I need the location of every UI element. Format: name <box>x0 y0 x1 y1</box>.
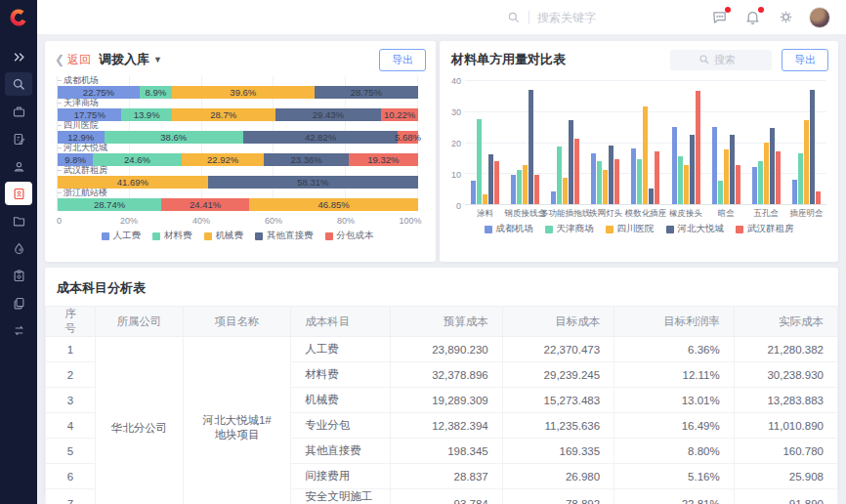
x-axis: 020%40%60%80%100% <box>57 214 418 227</box>
legend-item[interactable]: 四川医院 <box>606 223 655 235</box>
sidebar-item-user-stamp[interactable] <box>5 154 32 178</box>
bar-天津商场 <box>477 119 482 204</box>
legend-item[interactable]: 其他直接费 <box>255 230 314 242</box>
category-label: 浙江航站楼 <box>58 189 418 197</box>
bar-segment-其他直接费: 28.75% <box>315 86 418 99</box>
app-logo[interactable] <box>0 0 37 35</box>
legend-item[interactable]: 天津商场 <box>545 223 594 235</box>
bar-河北大悦城 <box>488 154 493 204</box>
sidebar-item-expand[interactable] <box>5 45 32 68</box>
x-tick: 多功能插拖线 <box>540 208 590 220</box>
sidebar-item-document-edit[interactable] <box>5 127 32 150</box>
category-label: 武汉群租房 <box>58 166 418 175</box>
bar-四川医院 <box>483 194 487 204</box>
legend-swatch <box>204 232 212 240</box>
legend-item[interactable]: 人工费 <box>102 230 142 242</box>
legend: 人工费材料费机械费其他直接费分包成本 <box>57 230 418 242</box>
x-tick: 模数化插座 <box>625 208 667 220</box>
bar-四川医院 <box>684 165 689 204</box>
export-button[interactable]: 导出 <box>782 49 828 71</box>
cell-target: 22,370.473 <box>502 337 613 362</box>
cell-index: 3 <box>46 388 96 413</box>
cell-budget: 28.837 <box>391 464 502 489</box>
legend-swatch <box>666 226 674 233</box>
legend-item[interactable]: 成都机场 <box>485 223 533 235</box>
stacked-row: 武汉群租房41.69%58.31% <box>58 166 418 189</box>
bar-group-模数化插座 <box>625 80 665 204</box>
bar-武汉群租房 <box>614 159 619 204</box>
cell-company: 华北分公司 <box>96 337 184 504</box>
legend-label: 武汉群租房 <box>747 223 794 235</box>
legend-label: 其他直接费 <box>267 230 314 242</box>
cell-subject: 其他直接费 <box>291 439 391 464</box>
cell-actual: 160.780 <box>734 439 837 464</box>
legend-item[interactable]: 材料费 <box>152 230 192 242</box>
settings-button[interactable] <box>776 8 795 27</box>
cell-margin: 8.80% <box>614 439 735 464</box>
panel-title-dropdown[interactable]: 调拨入库 ▼ <box>99 51 162 68</box>
avatar[interactable] <box>809 7 830 28</box>
cell-actual: 21,280.382 <box>734 337 837 362</box>
sidebar-item-transfer[interactable] <box>5 318 32 342</box>
bar-segment-分包成本: 5.68% <box>398 131 418 144</box>
sidebar-item-warehouse-doc[interactable] <box>5 182 32 205</box>
bar-segment-分包成本: 24.41% <box>161 198 249 211</box>
global-search-input[interactable] <box>537 11 645 24</box>
bar-河北大悦城 <box>609 146 613 204</box>
material-usage-panel: 材料单方用量对比表 导出 010203040涂料钢质接线盒多功能插拖线铁网灯头模… <box>440 41 838 262</box>
material-search-input[interactable] <box>714 54 743 65</box>
sidebar-item-search[interactable] <box>5 72 32 96</box>
bar-成都机场 <box>712 127 717 204</box>
material-search[interactable] <box>670 50 772 70</box>
legend-swatch <box>325 232 333 240</box>
stacked-row: 成都机场22.75%8.9%39.6%28.75% <box>58 76 418 99</box>
transfer-icon <box>12 323 26 338</box>
topbar <box>0 0 846 35</box>
cell-budget: 32,378.896 <box>391 362 502 388</box>
x-tick: 80% <box>337 216 355 226</box>
notifications-button[interactable] <box>742 8 762 27</box>
sidebar-item-folder[interactable] <box>5 209 32 232</box>
bar-成都机场 <box>792 180 797 204</box>
bar-group-插座明盒 <box>786 80 826 204</box>
bar-成都机场 <box>672 127 677 204</box>
bar-segment-分包成本: 19.32% <box>349 153 418 166</box>
bar-segment-其他直接费: 58.31% <box>208 176 418 189</box>
legend-label: 分包成本 <box>337 230 374 242</box>
legend-item[interactable]: 分包成本 <box>325 230 374 242</box>
panel-title: 调拨入库 <box>99 51 149 68</box>
bar-segment-材料费: 38.6% <box>105 131 243 144</box>
cell-actual: 13,283.883 <box>734 388 837 413</box>
copy-icon <box>12 296 26 311</box>
sidebar-item-drop[interactable] <box>5 236 32 260</box>
legend-item[interactable]: 机械费 <box>204 230 244 242</box>
cell-subject: 机械费 <box>291 388 391 413</box>
sidebar-item-copy[interactable] <box>5 291 32 315</box>
sidebar-item-clipboard-gear[interactable] <box>5 264 32 287</box>
back-button[interactable]: ❮ 返回 <box>55 52 91 68</box>
cost-analysis-panel: 成本科目分析表 序号所属公司项目名称成本科目预算成本目标成本目标利润率实际成本 … <box>45 268 838 496</box>
cell-subject: 安全文明施工费 <box>291 489 391 504</box>
legend-item[interactable]: 河北大悦城 <box>666 223 725 235</box>
column-header: 项目名称 <box>183 307 290 337</box>
sidebar-item-building[interactable] <box>5 100 32 123</box>
bar-天津商场 <box>758 161 763 204</box>
cell-target: 169.335 <box>502 439 613 464</box>
export-button[interactable]: 导出 <box>379 49 426 71</box>
divider <box>529 11 529 24</box>
cell-budget: 19,289.309 <box>391 388 502 413</box>
app-root: ❮ 返回 调拨入库 ▼ 导出 成都机场22.75%8.9%39.6%28.75%… <box>0 0 846 504</box>
panel-title-text: 材料单方用量对比表 <box>451 51 566 68</box>
messages-button[interactable] <box>709 8 729 27</box>
category-label: 天津商场 <box>58 99 418 107</box>
panel-header: 材料单方用量对比表 导出 <box>440 41 838 72</box>
category-label: 成都机场 <box>58 76 418 85</box>
legend-item[interactable]: 武汉群租房 <box>736 223 794 235</box>
x-axis: 涂料钢质接线盒多功能插拖线铁网灯头模数化插座橡皮接头暗盒五孔盒插座明盒 <box>465 208 826 220</box>
panel-header: ❮ 返回 调拨入库 ▼ 导出 <box>45 41 436 72</box>
x-tick: 五孔盒 <box>754 208 780 220</box>
bar-四川医院 <box>804 120 809 204</box>
plot-area <box>465 80 826 205</box>
x-tick: 橡皮接头 <box>669 208 702 220</box>
global-search[interactable] <box>507 11 645 24</box>
